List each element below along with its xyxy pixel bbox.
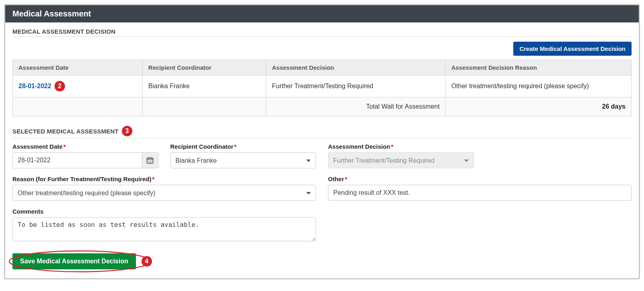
label-recipient-coordinator: Recipient Coordinator* xyxy=(170,143,316,150)
save-decision-button[interactable]: Save Medical Assessment Decision xyxy=(12,253,136,269)
medical-assessment-panel: Medical Assessment MEDICAL ASSESSMENT DE… xyxy=(4,4,640,279)
col-recipient-coordinator: Recipient Coordinator xyxy=(143,60,266,75)
label-other: Other* xyxy=(328,176,632,182)
panel-title: Medical Assessment xyxy=(5,5,639,22)
comments-textarea[interactable] xyxy=(12,217,316,241)
decision-table: Assessment Date Recipient Coordinator As… xyxy=(12,60,632,116)
svg-point-1 xyxy=(148,161,149,162)
create-decision-button[interactable]: Create Medical Assessment Decision xyxy=(513,42,632,56)
row-decision: Further Treatment/Testing Required xyxy=(266,75,446,97)
recipient-coordinator-select[interactable]: Bianka Franke xyxy=(170,152,316,168)
assessment-date-input[interactable] xyxy=(12,152,142,168)
row-date-link[interactable]: 28-01-2022 xyxy=(18,83,51,90)
row-coordinator: Bianka Franke xyxy=(143,75,266,97)
svg-point-3 xyxy=(151,161,152,162)
footer-label: Total Wait for Assessment xyxy=(266,97,446,116)
annotation-badge-4: 4 xyxy=(142,256,152,267)
selected-section-title: SELECTED MEDICAL ASSESSMENT xyxy=(12,128,119,135)
other-input[interactable] xyxy=(328,185,632,201)
reason-select[interactable]: Other treatment/testing required (please… xyxy=(12,185,316,201)
svg-point-2 xyxy=(150,161,150,162)
label-assessment-date: Assessment Date* xyxy=(12,143,158,150)
svg-point-6 xyxy=(151,162,152,163)
label-comments: Comments xyxy=(12,208,316,215)
col-assessment-date: Assessment Date xyxy=(13,60,143,75)
annotation-badge-2: 2 xyxy=(55,81,65,91)
row-reason: Other treatment/testing required (please… xyxy=(446,75,631,97)
svg-point-5 xyxy=(150,162,150,163)
annotation-badge-3: 3 xyxy=(122,126,132,136)
label-reason: Reason (for Further Treatment/Testing Re… xyxy=(12,176,316,182)
calendar-icon[interactable] xyxy=(142,152,158,168)
svg-point-4 xyxy=(148,162,149,163)
table-footer-row: Total Wait for Assessment 26 days xyxy=(13,97,631,116)
assessment-decision-select[interactable]: Further Treatment/Testing Required xyxy=(328,152,474,168)
col-assessment-decision: Assessment Decision xyxy=(266,60,446,75)
decision-section-title: MEDICAL ASSESSMENT DECISION xyxy=(12,28,115,35)
table-row: 28-01-2022 2 Bianka Franke Further Treat… xyxy=(13,75,631,97)
label-assessment-decision: Assessment Decision* xyxy=(328,143,474,150)
footer-value: 26 days xyxy=(446,97,631,116)
col-assessment-reason: Assessment Decision Reason xyxy=(446,60,631,75)
